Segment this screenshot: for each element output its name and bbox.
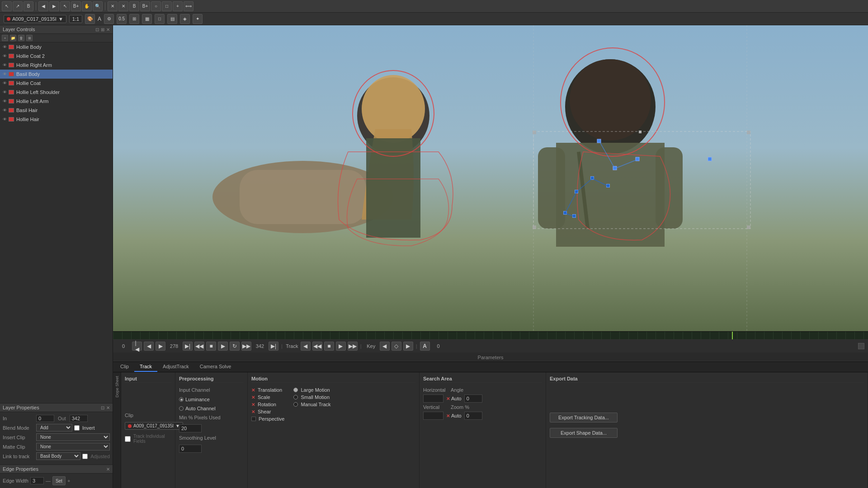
toolbar-select2-btn[interactable]: ↗ (13, 1, 23, 11)
input-clip-selector[interactable]: A009_C017_09135I ▼ (125, 422, 183, 430)
panel-icon-3[interactable]: ✕ (106, 27, 110, 32)
playback-play[interactable]: ▶ (218, 342, 228, 351)
viewer-safe-btn[interactable]: □ (155, 14, 165, 24)
tab-adjust-track[interactable]: AdjustTrack (157, 362, 194, 372)
matte-clip-select[interactable]: None (36, 443, 110, 450)
expand-layer-btn[interactable]: ⊞ (26, 35, 33, 41)
auto-channel-radio[interactable] (179, 406, 184, 411)
in-input[interactable] (36, 415, 54, 422)
timeline-expand-btn[interactable] (858, 343, 864, 349)
key-back-btn[interactable]: ◀ (380, 342, 390, 351)
key-a-btn[interactable]: A (420, 342, 430, 351)
vis-icon-7[interactable]: 👁 (2, 108, 7, 113)
layer-item-hollie-coat[interactable]: 👁 Hollie Coat (0, 79, 113, 88)
invert-checkbox[interactable] (74, 425, 80, 431)
edge-props-icon[interactable]: ✕ (106, 467, 110, 472)
link-track-select[interactable]: Basil Body (36, 452, 80, 460)
min-pixels-input[interactable] (179, 424, 202, 432)
toolbar-ellipse-btn[interactable]: ○ (151, 1, 161, 11)
track-play-btn[interactable]: ▶ (336, 342, 346, 351)
horiz-auto-checkbox[interactable]: ✕ Auto (446, 396, 462, 401)
layer-item-hollie-left-arm[interactable]: 👁 Hollie Left Arm (0, 97, 113, 106)
toolbar-plus-btn[interactable]: + (173, 1, 183, 11)
insert-clip-select[interactable]: None (36, 433, 110, 441)
vis-icon-2[interactable]: 👁 (2, 62, 7, 68)
export-tracking-btn[interactable]: Export Tracking Data... (550, 413, 618, 422)
dope-sheet-label[interactable]: Dope Sheet (115, 372, 119, 401)
track-fields-checkbox[interactable] (125, 436, 131, 442)
playback-loop[interactable]: ↻ (230, 342, 240, 351)
smoothing-input[interactable] (179, 445, 202, 453)
layer-item-basil-hair[interactable]: 👁 Basil Hair (0, 106, 113, 115)
large-motion-radio[interactable] (293, 388, 298, 392)
folder-btn[interactable]: 📁 (10, 35, 16, 41)
viewer-settings-btn[interactable]: ⚙ (104, 14, 114, 24)
edge-set-btn[interactable]: Set (52, 476, 66, 485)
vis-icon-8[interactable]: 👁 (2, 117, 7, 122)
edge-width-input[interactable] (30, 477, 44, 484)
toolbar-b-btn[interactable]: B+ (71, 1, 81, 11)
vis-icon-4[interactable]: 👁 (2, 80, 7, 86)
edge-plus-btn[interactable]: + (67, 478, 70, 483)
viewer-channels-btn[interactable]: ▦ (142, 14, 152, 24)
clip-selector[interactable]: A009_C017_09135I ▼ (4, 15, 66, 23)
layer-item-basil-body[interactable]: 👁 Basil Body (0, 70, 113, 79)
playback-step-fwd[interactable]: ▶ (156, 342, 165, 351)
luminance-radio[interactable] (179, 397, 184, 402)
vis-icon-6[interactable]: 👁 (2, 99, 7, 104)
timeline-ruler[interactable] (113, 332, 868, 340)
vis-icon-0[interactable]: 👁 (2, 44, 7, 50)
toolbar-cursor-btn[interactable]: ↖ (60, 1, 70, 11)
layer-item-hollie-coat2[interactable]: 👁 Hollie Coat 2 (0, 52, 113, 61)
toolbar-hand-btn[interactable]: ✋ (82, 1, 92, 11)
viewer-star-btn[interactable]: ✦ (193, 14, 203, 24)
track-back-btn[interactable]: ◀ (301, 342, 311, 351)
vis-icon-5[interactable]: 👁 (2, 89, 7, 95)
manual-track-radio[interactable] (293, 402, 298, 407)
small-motion-radio[interactable] (293, 395, 298, 399)
toolbar-arrows-btn[interactable]: ⟺ (184, 1, 193, 11)
timeline-playhead[interactable] (732, 332, 733, 339)
playback-go-start[interactable]: |◀ (132, 342, 142, 351)
playback-step-back[interactable]: ◀ (144, 342, 154, 351)
toolbar-zoom-btn[interactable]: 🔍 (93, 1, 103, 11)
playback-stop[interactable]: ■ (206, 342, 216, 351)
layer-props-icon-2[interactable]: ✕ (106, 405, 110, 410)
perspective-checkbox[interactable] (251, 417, 256, 421)
zoom-input[interactable] (464, 412, 482, 420)
viewer-color-btn[interactable]: 🎨 (85, 14, 95, 24)
key-fwd-btn[interactable]: ▶ (403, 342, 413, 351)
panel-icon-1[interactable]: ⊡ (95, 27, 99, 32)
viewer-overlay-btn[interactable]: ◈ (180, 14, 190, 24)
blend-mode-select[interactable]: Add Normal Multiply (36, 424, 72, 432)
toolbar-back-btn[interactable]: ◀ (38, 1, 48, 11)
playback-go-end2[interactable]: ▶| (269, 342, 278, 351)
layer-props-icon-1[interactable]: ⊡ (101, 405, 104, 410)
large-motion-item[interactable]: Large Motion (293, 387, 330, 393)
panel-icon-2[interactable]: ⊞ (101, 27, 104, 32)
layer-item-hollie-left-shoulder[interactable]: 👁 Hollie Left Shoulder (0, 88, 113, 97)
zoom-selector[interactable]: 1:1 (69, 15, 82, 23)
horizontal-input[interactable] (423, 394, 443, 403)
toolbar-select3-btn[interactable]: B (24, 1, 33, 11)
toolbar-b3-btn[interactable]: B+ (140, 1, 150, 11)
vertical-input[interactable] (423, 412, 443, 420)
toolbar-forward-btn[interactable]: ▶ (49, 1, 59, 11)
tab-camera-solve[interactable]: Camera Solve (194, 362, 237, 372)
adjusted-checkbox[interactable] (82, 454, 88, 459)
vert-auto-checkbox[interactable]: ✕ Auto (446, 413, 462, 418)
playback-fwd[interactable]: ▶▶ (241, 342, 251, 351)
tab-track[interactable]: Track (134, 362, 157, 372)
toolbar-select-btn[interactable]: ↖ (2, 1, 12, 11)
viewport[interactable] (113, 25, 868, 331)
add-layer-btn[interactable]: + (2, 35, 8, 41)
layer-item-hollie-body[interactable]: 👁 Hollie Body (0, 42, 113, 52)
vis-icon-1[interactable]: 👁 (2, 53, 7, 59)
layer-item-hollie-right-arm[interactable]: 👁 Hollie Right Arm (0, 61, 113, 70)
export-shape-btn[interactable]: Export Shape Data... (550, 428, 618, 438)
viewer-opacity-btn[interactable]: 0.5 (117, 14, 127, 24)
out-input[interactable] (70, 415, 88, 422)
toolbar-b2-btn[interactable]: B (129, 1, 139, 11)
toolbar-rect-btn[interactable]: □ (162, 1, 172, 11)
playback-go-end[interactable]: ▶| (183, 342, 193, 351)
